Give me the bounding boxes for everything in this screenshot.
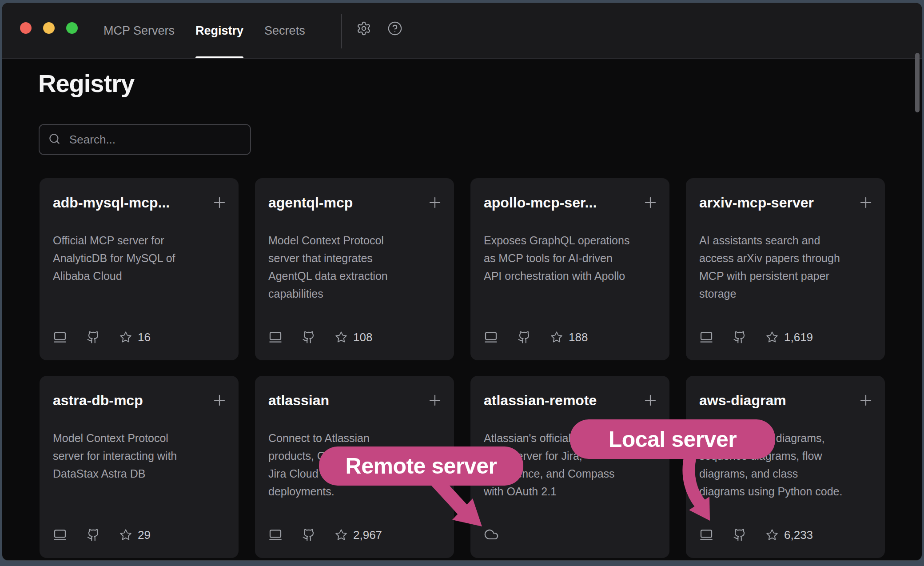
server-card[interactable]: aws-diagram Generate AWS diagrams,sequen…	[686, 376, 885, 558]
server-name: arxiv-mcp-server	[699, 193, 814, 212]
server-card[interactable]: agentql-mcp Model Context Protocolserver…	[255, 178, 454, 360]
minimize-button[interactable]	[43, 22, 55, 34]
star-rating: 16	[119, 331, 151, 344]
server-grid: adb-mysql-mcp... Official MCP server for…	[40, 178, 885, 558]
tab-secrets[interactable]: Secrets	[264, 3, 305, 58]
description-line: diagrams, and class	[699, 465, 873, 482]
github-icon[interactable]	[733, 331, 746, 344]
server-name: agentql-mcp	[268, 193, 353, 212]
star-count: 16	[138, 331, 151, 344]
plus-icon	[426, 392, 443, 409]
server-card[interactable]: apollo-mcp-ser... Exposes GraphQL operat…	[470, 178, 669, 360]
description-line: AgentQL data extraction	[268, 267, 442, 285]
tab-label: Secrets	[264, 24, 305, 38]
help-button[interactable]	[387, 21, 402, 36]
scrollbar-thumb[interactable]	[915, 53, 920, 112]
annotation-remote-server: Remote server	[319, 446, 523, 486]
server-card[interactable]: adb-mysql-mcp... Official MCP server for…	[40, 178, 239, 360]
server-name: astra-db-mcp	[53, 391, 143, 410]
plus-icon	[426, 194, 443, 211]
tab-label: MCP Servers	[104, 24, 175, 38]
laptop-icon	[268, 528, 283, 542]
laptop-icon	[699, 330, 713, 344]
card-footer	[484, 527, 499, 542]
github-icon[interactable]	[302, 331, 315, 344]
star-rating: 29	[119, 528, 151, 542]
star-count: 2,967	[353, 528, 382, 542]
tab-bar: MCP ServersRegistrySecrets	[104, 3, 305, 58]
add-server-button[interactable]	[426, 194, 443, 211]
server-description: Official MCP server forAnalyticDB for My…	[53, 231, 227, 285]
description-line: server for interacting with	[53, 447, 227, 465]
star-icon	[550, 331, 563, 343]
description-line: Connect to Atlassian	[268, 429, 442, 447]
card-footer: 6,233	[699, 528, 813, 542]
search-input[interactable]	[68, 132, 241, 147]
description-line: Alibaba Cloud	[53, 267, 227, 285]
github-icon[interactable]	[302, 528, 315, 542]
star-count: 188	[569, 331, 588, 344]
cloud-icon	[484, 527, 499, 542]
description-line: storage	[699, 285, 873, 303]
tab-label: Registry	[195, 24, 243, 38]
settings-button[interactable]	[356, 21, 371, 36]
titlebar-divider	[341, 14, 342, 48]
star-icon	[335, 331, 347, 343]
search-box[interactable]	[39, 124, 251, 155]
description-line: server that integrates	[268, 249, 442, 267]
laptop-icon	[484, 330, 498, 344]
github-icon[interactable]	[87, 331, 100, 344]
add-server-button[interactable]	[857, 194, 874, 211]
github-icon[interactable]	[733, 528, 746, 542]
description-line: DataStax Astra DB	[53, 465, 227, 482]
star-rating: 188	[550, 331, 588, 344]
description-line: Model Context Protocol	[53, 429, 227, 447]
gear-icon	[356, 21, 371, 36]
server-name: adb-mysql-mcp...	[53, 193, 170, 212]
server-description: Exposes GraphQL operationsas MCP tools f…	[484, 231, 658, 285]
tab-mcp-servers[interactable]: MCP Servers	[104, 3, 175, 58]
description-line: as MCP tools for AI-driven	[484, 249, 658, 267]
add-server-button[interactable]	[857, 392, 874, 409]
description-line: capabilities	[268, 285, 442, 303]
star-count: 1,619	[784, 331, 813, 344]
search-icon	[48, 133, 60, 147]
add-server-button[interactable]	[426, 392, 443, 409]
titlebar: MCP ServersRegistrySecrets	[2, 3, 922, 59]
description-line: AI assistants search and	[699, 231, 873, 249]
star-icon	[119, 331, 132, 343]
laptop-icon	[53, 330, 67, 344]
star-icon	[766, 331, 778, 343]
server-card[interactable]: arxiv-mcp-server AI assistants search an…	[686, 178, 885, 360]
description-line: API orchestration with Apollo	[484, 267, 658, 285]
github-icon[interactable]	[87, 528, 100, 542]
add-server-button[interactable]	[642, 392, 659, 409]
maximize-button[interactable]	[66, 22, 78, 34]
server-description: Model Context Protocolserver for interac…	[53, 429, 227, 482]
add-server-button[interactable]	[211, 392, 228, 409]
server-name: atlassian-remote	[484, 391, 597, 410]
card-footer: 29	[53, 528, 151, 542]
plus-icon	[211, 194, 228, 211]
card-footer: 2,967	[268, 528, 382, 542]
plus-icon	[642, 194, 659, 211]
plus-icon	[857, 392, 874, 409]
description-line: diagrams using Python code.	[699, 482, 873, 500]
add-server-button[interactable]	[211, 194, 228, 211]
laptop-icon	[699, 528, 713, 542]
server-card[interactable]: astra-db-mcp Model Context Protocolserve…	[40, 376, 239, 558]
annotation-local-server: Local server	[570, 419, 775, 459]
add-server-button[interactable]	[642, 194, 659, 211]
star-icon	[766, 529, 778, 541]
star-rating: 1,619	[766, 331, 813, 344]
laptop-icon	[268, 330, 283, 344]
card-footer: 188	[484, 330, 588, 344]
description-line: Official MCP server for	[53, 231, 227, 249]
server-description: Model Context Protocolserver that integr…	[268, 231, 442, 303]
window-controls	[20, 22, 78, 34]
github-icon[interactable]	[518, 331, 531, 344]
tab-registry[interactable]: Registry	[195, 3, 243, 58]
card-footer: 108	[268, 330, 372, 344]
close-button[interactable]	[20, 22, 32, 34]
description-line: with OAuth 2.1	[484, 482, 658, 500]
